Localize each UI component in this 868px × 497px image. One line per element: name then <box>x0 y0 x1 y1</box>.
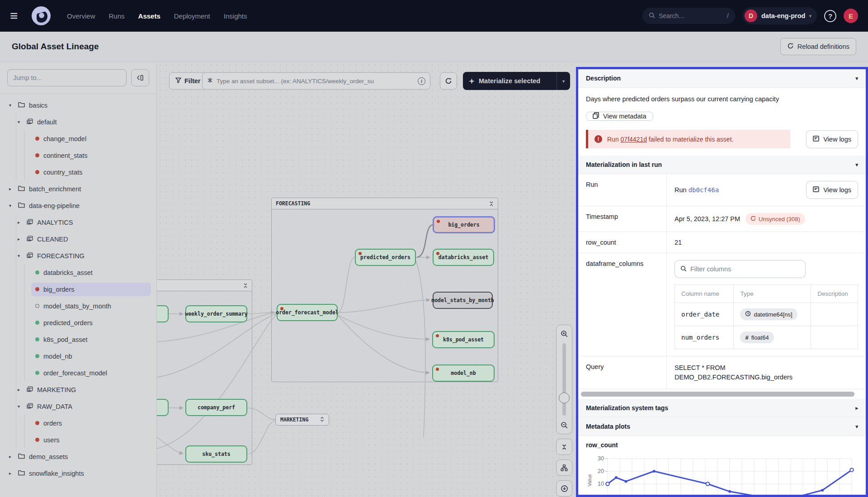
lineage-canvas[interactable]: FORECASTING <box>157 62 576 497</box>
reload-definitions-button[interactable]: Reload definitions <box>780 38 856 55</box>
expander-down-icon[interactable]: ▾ <box>6 203 14 208</box>
zoom-slider-track[interactable] <box>562 343 566 416</box>
view-logs-label: View logs <box>823 136 851 143</box>
section-materialization[interactable]: Materialization in last run ▾ <box>578 156 866 174</box>
filter-label: Filter <box>184 77 200 85</box>
tree-item-k8s_pod_asset[interactable]: k8s_pod_asset <box>0 331 156 348</box>
chevron-right-icon: ▸ <box>855 405 858 411</box>
failed-run-link[interactable]: 07f4421d <box>621 136 647 143</box>
help-icon[interactable]: ? <box>824 10 836 22</box>
expander-right-icon[interactable]: ▸ <box>6 186 14 191</box>
asset-node-databricks_asset[interactable]: databricks_asset <box>433 249 494 266</box>
asset-node-big_orders[interactable]: big_orders <box>433 216 495 233</box>
expander-down-icon[interactable]: ▾ <box>6 103 14 108</box>
avatar[interactable]: E <box>844 9 858 23</box>
view-metadata-button[interactable]: View metadata <box>586 112 653 121</box>
asset-node-sku_stats[interactable]: sku_stats <box>185 445 247 463</box>
nav-tab-assets[interactable]: Assets <box>138 12 160 20</box>
expander-right-icon[interactable]: ▸ <box>6 471 14 476</box>
expander-right-icon[interactable]: ▸ <box>15 220 23 225</box>
search-input[interactable]: Search... / <box>642 8 735 24</box>
view-logs-button[interactable]: View logs <box>806 181 858 199</box>
expander-right-icon[interactable]: ▸ <box>15 387 23 392</box>
tree-item-default[interactable]: ▾default <box>0 114 156 130</box>
jump-to-input[interactable] <box>7 69 127 86</box>
section-system-tags[interactable]: Materialization system tags ▸ <box>578 399 866 417</box>
tree-item-data-eng-pipeline[interactable]: ▾data-eng-pipeline <box>0 197 156 214</box>
tree-item-basics[interactable]: ▾basics <box>0 97 156 114</box>
center-on-selection-button[interactable] <box>556 480 572 497</box>
hamburger-menu-icon[interactable]: ≡ <box>10 9 22 23</box>
asset-node-model_nb[interactable]: model_nb <box>432 364 495 382</box>
materialize-selected-button[interactable]: Materialize selected ▾ <box>463 72 570 90</box>
tree-item-snowflake_insights[interactable]: ▸snowflake_insights <box>0 465 156 482</box>
tree-item-model_nb[interactable]: model_nb <box>0 348 156 364</box>
filter-button[interactable]: Filter <box>169 72 207 90</box>
asset-node-predicted_orders[interactable]: predicted_orders <box>355 249 416 266</box>
failed-run-alert-row: ! Run 07f4421d failed to materialize thi… <box>586 130 858 148</box>
expander-down-icon[interactable]: ▾ <box>15 404 23 409</box>
zoom-in-icon[interactable] <box>557 325 572 342</box>
nav-tab-runs[interactable]: Runs <box>109 12 125 20</box>
asset-node-order_forecast_model[interactable]: order_forecast_model <box>277 304 338 321</box>
expander-right-icon[interactable]: ▸ <box>6 454 14 459</box>
nav-tab-deployment[interactable]: Deployment <box>174 12 210 20</box>
tree-item-batch_enrichment[interactable]: ▸batch_enrichment <box>0 180 156 197</box>
tree-item-RAW_DATA[interactable]: ▾RAW_DATA <box>0 398 156 415</box>
group-marketing-collapsed[interactable]: MARKETING <box>275 414 329 426</box>
tree-item-change_model[interactable]: change_model <box>0 130 156 147</box>
run-id-link[interactable]: db0cf46a <box>689 186 719 194</box>
asset-node-label: predicted_orders <box>360 254 410 260</box>
asset-status-dot-green <box>35 354 39 358</box>
tree-item-order_forecast_model[interactable]: order_forecast_model <box>0 364 156 381</box>
collapse-sidebar-button[interactable] <box>131 69 149 86</box>
tree-item-users[interactable]: users <box>0 431 156 448</box>
tree-item-MARKETING[interactable]: ▸MARKETING <box>0 381 156 398</box>
view-metadata-label: View metadata <box>603 113 646 120</box>
expander-right-icon[interactable]: ▸ <box>15 237 23 241</box>
tree-item-FORECASTING[interactable]: ▾FORECASTING <box>0 247 156 264</box>
unsynced-badge[interactable]: Unsynced (308) <box>745 213 805 225</box>
asset-node-weekly_order_summary[interactable]: weekly_order_summary <box>185 305 247 322</box>
nav-tab-insights[interactable]: Insights <box>224 12 247 20</box>
partial-node[interactable] <box>157 305 169 322</box>
collapse-all-groups-button[interactable] <box>556 439 572 455</box>
tree-item-demo_assets[interactable]: ▸demo_assets <box>0 448 156 465</box>
query-value: SELECT * FROM DEMO_DB2.FORECASTING.big_o… <box>667 356 866 389</box>
zoom-slider-handle[interactable] <box>559 393 570 403</box>
tree-item-model_stats_by_month[interactable]: model_stats_by_month <box>0 298 156 314</box>
tree-item-CLEANED[interactable]: ▸CLEANED <box>0 231 156 247</box>
refresh-graph-button[interactable] <box>440 72 457 90</box>
tree-item-big_orders[interactable]: big_orders <box>0 281 156 298</box>
expander-down-icon[interactable]: ▾ <box>15 253 23 258</box>
graph-layout-button[interactable] <box>556 459 572 476</box>
tree-item-label: orders <box>43 420 62 427</box>
materialize-options-caret[interactable]: ▾ <box>557 72 570 90</box>
view-logs-button[interactable]: View logs <box>806 130 858 148</box>
plot-title: row_count <box>586 441 858 449</box>
info-icon[interactable]: i <box>418 77 425 85</box>
asset-subset-field: i <box>202 72 430 90</box>
section-description[interactable]: Description ▾ <box>578 69 866 88</box>
tree-item-predicted_orders[interactable]: predicted_orders <box>0 314 156 331</box>
tree-item-country_stats[interactable]: country_stats <box>0 164 156 180</box>
tree-item-databricks_asset[interactable]: databricks_asset <box>0 264 156 281</box>
org-switcher[interactable]: D data-eng-prod ▾ <box>742 7 817 24</box>
scrollbar-thumb[interactable] <box>581 392 854 397</box>
expander-down-icon[interactable]: ▾ <box>15 119 23 124</box>
row-count-value: 21 <box>667 232 866 253</box>
nav-tab-overview[interactable]: Overview <box>67 12 95 20</box>
partial-node[interactable] <box>157 399 169 416</box>
section-metadata-plots[interactable]: Metadata plots ▾ <box>578 417 866 436</box>
tree-item-continent_stats[interactable]: continent_stats <box>0 147 156 164</box>
tree-item-ANALYTICS[interactable]: ▸ANALYTICS <box>0 214 156 231</box>
asset-node-company_perf[interactable]: company_perf <box>185 399 247 416</box>
chevron-down-icon: ▾ <box>855 162 858 168</box>
filter-columns-input[interactable] <box>690 265 800 273</box>
dagster-logo[interactable] <box>32 6 51 25</box>
asset-node-model_stats_by_month[interactable]: model_stats_by_month <box>433 292 493 309</box>
tree-item-orders[interactable]: orders <box>0 415 156 431</box>
asset-subset-input[interactable] <box>217 78 414 85</box>
zoom-out-icon[interactable] <box>557 417 572 434</box>
asset-node-k8s_pod_asset[interactable]: k8s_pod_asset <box>432 331 495 348</box>
